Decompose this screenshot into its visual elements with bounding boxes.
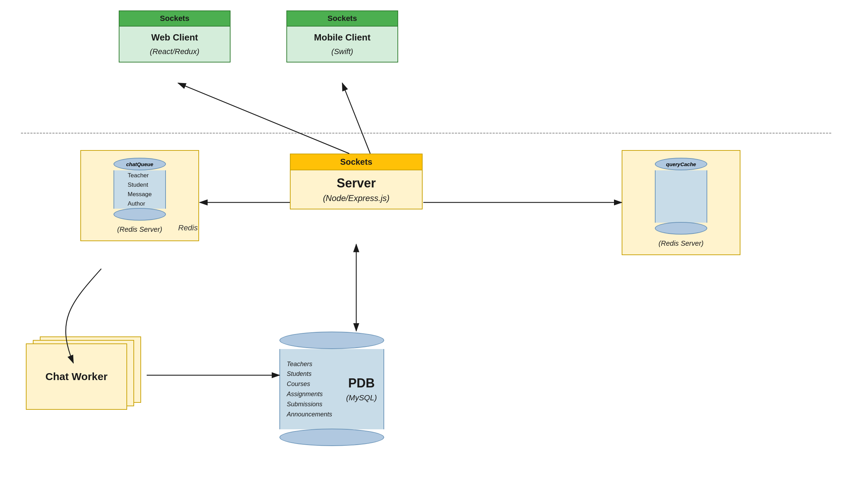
pdb-field-item: Courses [287, 379, 332, 389]
redis-label: Redis [178, 223, 198, 232]
server-header: Sockets [291, 154, 422, 170]
pdb-bottom [279, 429, 384, 446]
svg-line-2 [178, 83, 349, 154]
pdb-field-item: Submissions [287, 399, 332, 409]
cylinder-chat-title: chatQueue [126, 161, 153, 167]
cylinder-query-title: queryCache [666, 161, 696, 167]
pdb-field-item: Announcements [287, 409, 332, 420]
chat-worker-label: Chat Worker [45, 371, 108, 383]
pdb-body: TeachersStudentsCoursesAssignmentsSubmis… [279, 349, 384, 429]
mobile-client-label: Mobile Client [314, 32, 371, 43]
diagram-container: Sockets Web Client (React/Redux) Sockets… [0, 0, 848, 504]
redis-query-box: queryCache (Redis Server) [622, 150, 740, 255]
cylinder-chat-body: TeacherStudentMessageAuthor [114, 170, 166, 209]
cylinder-top-chat: chatQueue [114, 158, 166, 170]
mobile-client-box: Sockets Mobile Client (Swift) [286, 10, 398, 62]
server-box: Sockets Server (Node/Express.js) [290, 154, 423, 209]
web-client-body: Web Client (React/Redux) [143, 27, 206, 62]
cylinder-top-query: queryCache [655, 158, 707, 170]
dashed-separator [21, 133, 831, 134]
mobile-client-body: Mobile Client (Swift) [307, 27, 378, 62]
cylinder-bottom-chat [114, 208, 166, 221]
pdb-top [279, 332, 384, 349]
pdb-field-item: Assignments [287, 389, 332, 399]
server-label: Server [323, 176, 390, 191]
redis-query-footer: (Redis Server) [659, 239, 704, 247]
pdb-fields: TeachersStudentsCoursesAssignmentsSubmis… [287, 359, 332, 420]
pdb-container: TeachersStudentsCoursesAssignmentsSubmis… [279, 332, 384, 447]
mobile-client-sublabel: (Swift) [314, 47, 371, 56]
server-body: Server (Node/Express.js) [316, 170, 397, 209]
pdb-field-item: Teachers [287, 359, 332, 369]
pdb-field-item: Students [287, 369, 332, 379]
redis-chat-footer: (Redis Server) [117, 225, 162, 234]
server-sublabel: (Node/Express.js) [323, 193, 390, 203]
cylinder-query-body [655, 170, 707, 223]
web-client-header: Sockets [119, 11, 230, 27]
web-client-label: Web Client [150, 32, 199, 43]
pdb-sublabel: (MySQL) [346, 393, 377, 402]
web-client-box: Sockets Web Client (React/Redux) [119, 10, 231, 62]
web-client-sublabel: (React/Redux) [150, 47, 199, 56]
svg-line-3 [342, 83, 370, 154]
cylinder-bottom-query [655, 222, 707, 235]
redis-chat-fields: TeacherStudentMessageAuthor [128, 171, 152, 209]
chat-worker-front: Chat Worker [26, 343, 127, 410]
mobile-client-header: Sockets [287, 11, 397, 27]
pdb-label: PDB [348, 376, 375, 391]
